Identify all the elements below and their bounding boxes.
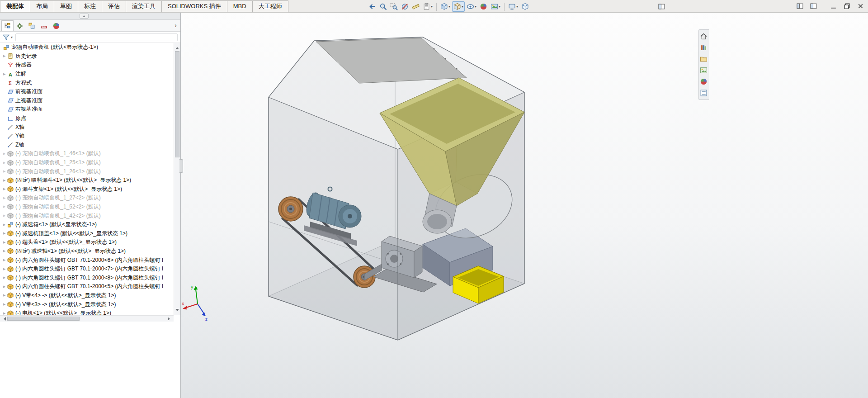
tree-item[interactable]: ▶(-) 宠物自动喂食机_1_26<1> (默认) — [0, 167, 174, 176]
tree-vertical-scrollbar[interactable] — [174, 43, 180, 315]
section-view-button[interactable] — [400, 1, 410, 12]
expand-arrow-icon[interactable]: ▶ — [1, 312, 7, 315]
tree-item[interactable]: 方程式 — [0, 78, 174, 87]
menu-tab-6[interactable]: 渲染工具 — [126, 0, 162, 12]
tree-item[interactable]: Z轴 — [0, 141, 174, 150]
tree-item[interactable]: X轴 — [0, 123, 174, 132]
menu-tab-2[interactable]: 布局 — [30, 0, 54, 12]
tree-item[interactable]: 传感器 — [0, 61, 174, 70]
apply-scene-button[interactable]: ▾ — [489, 1, 502, 12]
tree-horizontal-scrollbar[interactable] — [0, 315, 174, 322]
tab-displaymanager[interactable] — [50, 20, 62, 31]
scroll-down-arrow[interactable] — [175, 309, 179, 313]
tree-item[interactable]: ▶(-) 宠物自动喂食机_1_52<2> (默认) — [0, 203, 174, 212]
hide-show-items-dropdown-arrow[interactable]: ▾ — [475, 5, 476, 9]
tree-item[interactable]: ▶(-) 端头盖<1> (默认<<默认>_显示状态 1>) — [0, 238, 174, 247]
expand-arrow-icon[interactable]: ▶ — [1, 294, 7, 297]
expand-arrow-icon[interactable]: ▶ — [1, 54, 7, 58]
tree-item[interactable]: ▶历史记录 — [0, 52, 174, 61]
document-properties-dropdown-arrow[interactable]: ▾ — [431, 5, 433, 9]
expand-arrow-icon[interactable]: ▶ — [1, 196, 7, 200]
expand-arrow-icon[interactable]: ▶ — [1, 249, 7, 253]
panel-flyout-chevron[interactable]: › — [175, 22, 177, 29]
tab-featuremanager-design-tree[interactable] — [1, 20, 14, 31]
tree-item[interactable]: ▶(-) 宠物自动喂食机_1_46<1> (默认) — [0, 149, 174, 158]
tree-item[interactable]: Y轴 — [0, 132, 174, 141]
horizontal-scroll-thumb[interactable] — [7, 317, 80, 321]
view-orientation-button[interactable]: ▾ — [452, 1, 465, 12]
assembly-model[interactable]: y x z — [181, 13, 868, 398]
expand-arrow-icon[interactable]: ▶ — [1, 72, 7, 76]
expand-arrow-icon[interactable]: ▶ — [1, 276, 7, 280]
taskpane-tab-file-explorer[interactable] — [699, 53, 708, 65]
minimize-button[interactable] — [826, 0, 840, 12]
view-settings-dropdown-arrow[interactable]: ▾ — [516, 5, 518, 9]
menu-tab-3[interactable]: 草图 — [54, 0, 78, 12]
tree-item[interactable]: 前视基准面 — [0, 87, 174, 96]
tree-item[interactable]: ▶(-) V带<4> -> (默认<<默认>_显示状态 1>) — [0, 291, 174, 300]
panel-splitter-handle[interactable] — [179, 159, 183, 173]
tab-propertymanager[interactable] — [14, 20, 26, 31]
tree-item[interactable]: 宠物自动喂食机 (默认<显示状态-1>) — [0, 43, 174, 52]
display-style-dropdown-arrow[interactable]: ▾ — [448, 5, 450, 9]
expand-arrow-icon[interactable]: ▶ — [1, 187, 7, 191]
expand-arrow-icon[interactable]: ▶ — [1, 232, 7, 235]
menu-tab-1[interactable]: 装配体 — [0, 0, 30, 12]
scroll-left-arrow[interactable] — [2, 317, 6, 321]
expand-arrow-icon[interactable]: ▶ — [1, 267, 7, 271]
taskpane-tab-design-library[interactable] — [699, 42, 708, 53]
filter-dropdown-arrow[interactable]: ▾ — [11, 35, 13, 39]
tree-item[interactable]: ▶(-) 宠物自动喂食机_1_27<2> (默认) — [0, 194, 174, 203]
expand-arrow-icon[interactable]: ▶ — [1, 205, 7, 208]
tree-item[interactable]: ▶(-) 内六角圆柱头螺钉 GBT 70.1-2000<8> (内六角圆柱头螺钉… — [0, 273, 174, 282]
tree-item[interactable]: ▶(-) 宠物自动喂食机_1_42<2> (默认) — [0, 211, 174, 220]
close-button[interactable] — [854, 0, 867, 12]
tree-filter-input[interactable] — [15, 33, 178, 41]
view-orientation-dropdown-arrow[interactable]: ▾ — [462, 5, 463, 9]
edit-appearance-button[interactable] — [478, 1, 489, 12]
expand-arrow-icon[interactable]: ▶ — [1, 170, 7, 173]
zoom-to-area-button[interactable] — [389, 1, 399, 12]
restore-button[interactable] — [840, 0, 854, 12]
hide-show-items-button[interactable]: ▾ — [465, 1, 478, 12]
tree-item[interactable]: 上视基准面 — [0, 96, 174, 105]
apply-scene-dropdown-arrow[interactable]: ▾ — [499, 5, 500, 9]
document-properties-button[interactable]: ▾ — [421, 1, 434, 12]
menu-tab-8[interactable]: MBD — [227, 0, 253, 12]
measure-button[interactable] — [410, 1, 421, 12]
filter-icon[interactable] — [2, 33, 10, 41]
display-style-button[interactable]: ▾ — [439, 1, 452, 12]
expand-arrow-icon[interactable]: ▶ — [1, 223, 7, 227]
expand-arrow-icon[interactable]: ▶ — [1, 214, 7, 218]
tree-item[interactable]: ▶(-) 电机<1> (默认<<默认>_显示状态 1>) — [0, 309, 174, 315]
expand-arrow-icon[interactable]: ▶ — [1, 258, 7, 262]
pane-display-1-button[interactable] — [793, 0, 807, 12]
tree-item[interactable]: ▶(固定) 喂料漏斗<1> (默认<<默认>_显示状态 1>) — [0, 176, 174, 185]
menu-tab-4[interactable]: 标注 — [78, 0, 102, 12]
tree-item[interactable]: ▶(-) 内六角圆柱头螺钉 GBT 70.1-2000<7> (内六角圆柱头螺钉… — [0, 265, 174, 274]
taskpane-tab-solidworks-resources[interactable] — [699, 31, 708, 42]
expand-arrow-icon[interactable]: ▶ — [1, 285, 7, 289]
tree-item[interactable]: ▶(-) 内六角圆柱头螺钉 GBT 70.1-2000<6> (内六角圆柱头螺钉… — [0, 256, 174, 265]
3d-drawing-view-button[interactable] — [520, 1, 530, 12]
scroll-right-arrow[interactable] — [168, 317, 172, 321]
menu-tab-9[interactable]: 大工程师 — [253, 0, 288, 12]
previous-view-button[interactable] — [367, 1, 377, 12]
titlebar-misc-icon[interactable] — [658, 3, 665, 10]
tree-item[interactable]: ▶(-) V带<3> -> (默认<<默认>_显示状态 1>) — [0, 300, 174, 309]
tab-configurationmanager[interactable] — [26, 20, 38, 31]
view-settings-button[interactable]: ▾ — [507, 1, 519, 12]
tree-item[interactable]: ▶(-) 减速箱<1> (默认<显示状态-1>) — [0, 220, 174, 229]
expand-arrow-icon[interactable]: ▶ — [1, 179, 7, 182]
scroll-up-arrow[interactable] — [175, 45, 179, 49]
expand-arrow-icon[interactable]: ▶ — [1, 161, 7, 165]
tree-item[interactable]: ▶(-) 内六角圆柱头螺钉 GBT 70.1-2000<5> (内六角圆柱头螺钉… — [0, 282, 174, 291]
tree-item[interactable]: ▶(-) 漏斗支架<1> (默认<<默认>_显示状态 1>) — [0, 185, 174, 194]
tab-dimxpertmanager[interactable] — [38, 20, 50, 31]
tree-item[interactable]: ▶(-) 宠物自动喂食机_1_25<1> (默认) — [0, 158, 174, 167]
zoom-to-fit-button[interactable] — [378, 1, 388, 12]
menu-tab-7[interactable]: SOLIDWORKS 插件 — [162, 0, 227, 12]
expand-arrow-icon[interactable]: ▶ — [1, 241, 7, 244]
tree-item[interactable]: ▶(-) 减速机顶盖<1> (默认<<默认>_显示状态 1>) — [0, 229, 174, 238]
tree-item[interactable]: 原点 — [0, 114, 174, 123]
